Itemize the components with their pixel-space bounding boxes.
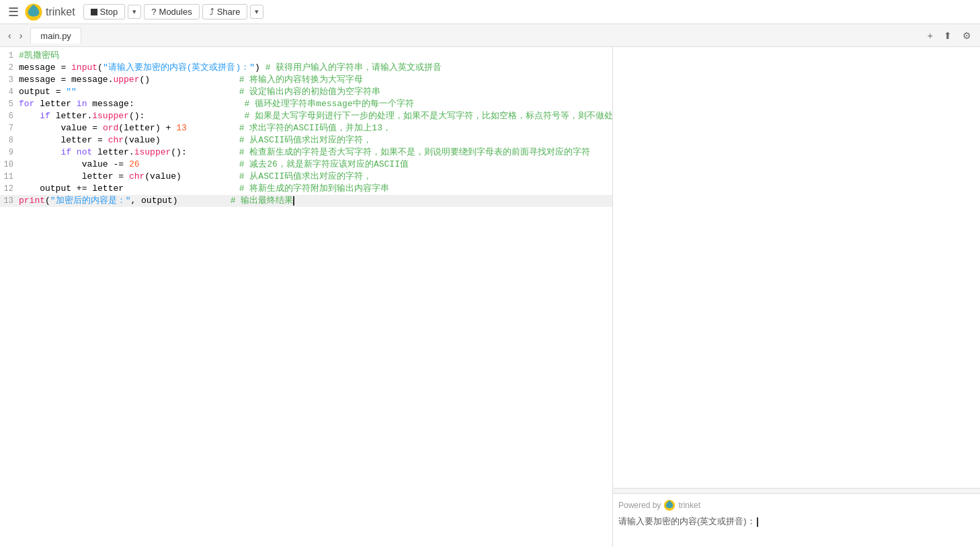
- editor-panel[interactable]: 1 #凯撒密码 2 message = input("请输入要加密的内容(英文或…: [0, 47, 613, 547]
- input-cursor: [757, 517, 758, 527]
- line-content-3: message = message.upper() # 将输入的内容转换为大写字…: [19, 74, 612, 86]
- stop-icon: [91, 9, 97, 15]
- code-line-4: 4 output = "" # 设定输出内容的初始值为空字符串: [0, 86, 612, 98]
- code-line-11: 11 letter = chr(value) # 从ASCII码值求出对应的字符…: [0, 171, 612, 183]
- modules-label: Modules: [159, 7, 192, 17]
- line-content-5: for letter in message: # 循环处理字符串message中…: [19, 98, 612, 110]
- trinket-logo-icon: [24, 3, 43, 22]
- code-line-10: 10 value -= 26 # 减去26，就是新字符应该对应的ASCII值: [0, 159, 612, 171]
- logo-area: ☰ trinket: [5, 2, 75, 22]
- tab-main-py-label: main.py: [40, 31, 71, 41]
- modules-question-icon: ?: [151, 7, 156, 17]
- line-num-5: 5: [0, 98, 19, 110]
- prompt-text: 请输入要加密的内容(英文或拼音)：: [618, 516, 756, 526]
- stop-dropdown-button[interactable]: ▾: [128, 5, 141, 19]
- line-num-13: 13: [0, 195, 19, 207]
- line-num-4: 4: [0, 86, 19, 98]
- code-line-7: 7 value = ord(letter) + 13 # 求出字符的ASCII码…: [0, 122, 612, 134]
- line-num-9: 9: [0, 146, 19, 159]
- more-arrow-icon: ▾: [255, 7, 259, 15]
- modules-button[interactable]: ? Modules: [144, 4, 199, 19]
- main-area: 1 #凯撒密码 2 message = input("请输入要加密的内容(英文或…: [0, 47, 980, 547]
- line-num-2: 2: [0, 62, 19, 74]
- line-num-3: 3: [0, 74, 19, 86]
- upload-button[interactable]: ⬆: [940, 29, 955, 42]
- line-content-9: if not letter.isupper(): # 检查新生成的字符是否大写字…: [19, 146, 612, 159]
- nav-back-icon: ‹: [8, 30, 11, 41]
- settings-button[interactable]: ⚙: [959, 29, 975, 42]
- line-num-12: 12: [0, 183, 19, 195]
- stop-button[interactable]: Stop: [83, 4, 126, 19]
- share-label: Share: [217, 7, 241, 17]
- stop-label: Stop: [100, 7, 118, 17]
- console-prompt: 请输入要加密的内容(英文或拼音)：: [618, 515, 975, 528]
- code-line-8: 8 letter = chr(value) # 从ASCII码值求出对应的字符，: [0, 134, 612, 146]
- nav-back-button[interactable]: ‹: [5, 29, 14, 42]
- add-icon: +: [928, 30, 933, 41]
- code-line-6: 6 if letter.isupper(): # 如果是大写字母则进行下一步的处…: [0, 110, 612, 122]
- code-line-3: 3 message = message.upper() # 将输入的内容转换为大…: [0, 74, 612, 86]
- line-content-13: print("加密后的内容是：", output) # 输出最终结果: [19, 195, 612, 207]
- tab-actions: + ⬆ ⚙: [924, 29, 975, 42]
- share-icon: ⤴: [210, 7, 214, 17]
- line-content-2: message = input("请输入要加密的内容(英文或拼音)：") # 获…: [19, 62, 612, 74]
- line-content-10: value -= 26 # 减去26，就是新字符应该对应的ASCII值: [19, 159, 612, 171]
- tab-main-py[interactable]: main.py: [30, 28, 81, 44]
- stop-dropdown-arrow-icon: ▾: [132, 7, 136, 15]
- toolbar: ☰ trinket Stop ▾ ? Modules ⤴ Share ▾: [0, 0, 980, 24]
- horizontal-scrollbar[interactable]: [613, 488, 980, 493]
- add-file-button[interactable]: +: [924, 29, 936, 42]
- line-content-1: #凯撒密码: [19, 50, 612, 62]
- nav-forward-icon: ›: [19, 30, 23, 41]
- powered-by-trinket-text: trinket: [678, 501, 700, 510]
- upload-icon: ⬆: [944, 30, 952, 41]
- line-num-10: 10: [0, 159, 19, 171]
- powered-by-text: Powered by: [618, 501, 661, 510]
- menu-icon: ☰: [8, 5, 19, 19]
- code-area[interactable]: 1 #凯撒密码 2 message = input("请输入要加密的内容(英文或…: [0, 47, 612, 547]
- right-panel: Powered by trinket 请输入要加密的内容(英文或拼音)：: [613, 47, 980, 547]
- tab-bar: ‹ › main.py + ⬆ ⚙: [0, 24, 980, 47]
- line-content-7: value = ord(letter) + 13 # 求出字符的ASCII码值，…: [19, 122, 612, 134]
- line-content-4: output = "" # 设定输出内容的初始值为空字符串: [19, 86, 612, 98]
- more-options-button[interactable]: ▾: [250, 5, 263, 19]
- line-num-7: 7: [0, 122, 19, 134]
- line-num-8: 8: [0, 134, 19, 146]
- code-line-9: 9 if not letter.isupper(): # 检查新生成的字符是否大…: [0, 146, 612, 159]
- settings-icon: ⚙: [963, 30, 971, 41]
- trinket-logo-text: trinket: [46, 6, 75, 18]
- line-num-11: 11: [0, 171, 19, 183]
- code-line-12: 12 output += letter # 将新生成的字符附加到输出内容字串: [0, 183, 612, 195]
- line-content-6: if letter.isupper(): # 如果是大写字母则进行下一步的处理，…: [19, 110, 612, 122]
- line-content-12: output += letter # 将新生成的字符附加到输出内容字串: [19, 183, 612, 195]
- menu-button[interactable]: ☰: [5, 2, 22, 22]
- code-line-1: 1 #凯撒密码: [0, 50, 612, 62]
- output-area: [613, 47, 980, 488]
- trinket-small-logo-icon: [663, 499, 676, 511]
- console-area[interactable]: Powered by trinket 请输入要加密的内容(英文或拼音)：: [613, 493, 980, 547]
- line-num-6: 6: [0, 110, 19, 122]
- code-line-13: 13 print("加密后的内容是：", output) # 输出最终结果: [0, 195, 612, 207]
- line-num-1: 1: [0, 50, 19, 62]
- code-line-2: 2 message = input("请输入要加密的内容(英文或拼音)：") #…: [0, 62, 612, 74]
- line-content-8: letter = chr(value) # 从ASCII码值求出对应的字符，: [19, 134, 612, 146]
- code-line-5: 5 for letter in message: # 循环处理字符串messag…: [0, 98, 612, 110]
- share-button[interactable]: ⤴ Share: [202, 4, 248, 19]
- line-content-11: letter = chr(value) # 从ASCII码值求出对应的字符，: [19, 171, 612, 183]
- powered-by: Powered by trinket: [618, 499, 975, 511]
- nav-arrows: ‹ ›: [5, 29, 25, 42]
- nav-forward-button[interactable]: ›: [17, 29, 26, 42]
